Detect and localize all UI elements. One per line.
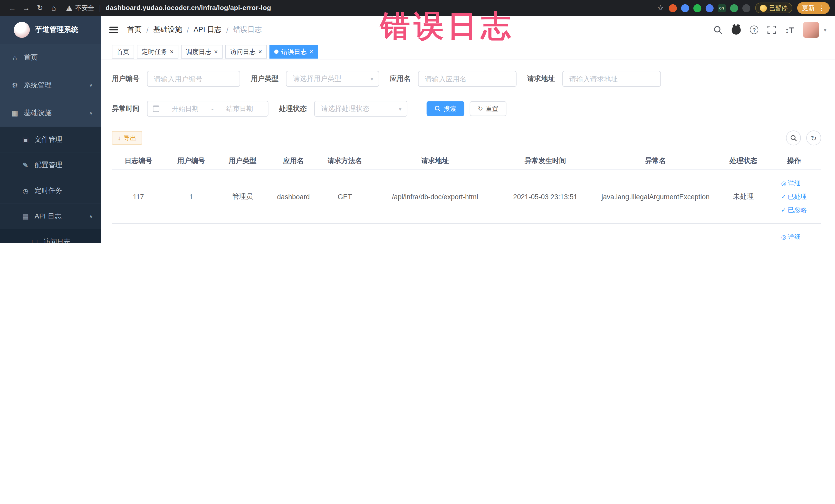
sidebar-item[interactable]: ▦基础设施∧: [0, 99, 101, 127]
status-label: 处理状态: [279, 104, 307, 114]
tab-close-icon[interactable]: ×: [309, 48, 313, 55]
request-url-label: 请求地址: [527, 74, 555, 83]
bookmark-star-icon[interactable]: ☆: [657, 4, 664, 12]
app-header: 首页/基础设施/API 日志/错误日志 ? ↕T ▾: [101, 16, 835, 44]
refresh-icon: ↻: [811, 134, 817, 142]
request-url-input[interactable]: [563, 71, 661, 87]
sidebar-toggle-icon[interactable]: [109, 27, 118, 33]
filter-row-2: 异常时间 开始日期 - 结束日期 处理状态 请选择处理状态 ▾ 搜索: [112, 101, 821, 117]
column-header: 异常名: [591, 156, 720, 165]
tab[interactable]: 访问日志×: [225, 45, 267, 59]
breadcrumb: 首页/基础设施/API 日志/错误日志: [127, 25, 262, 35]
breadcrumb-item[interactable]: 基础设施: [153, 25, 182, 35]
url-divider: |: [99, 4, 101, 12]
paused-badge[interactable]: 已暂停: [755, 3, 792, 13]
extension-leaf-icon[interactable]: [730, 4, 738, 12]
search-button[interactable]: 搜索: [427, 101, 464, 116]
action-detail[interactable]: ◎详细: [781, 233, 801, 242]
action-processed[interactable]: ✓已处理: [781, 192, 807, 201]
sidebar-item[interactable]: ▤API 日志∧: [0, 203, 101, 229]
user-avatar[interactable]: [803, 22, 819, 38]
tab[interactable]: 定时任务×: [137, 45, 178, 59]
column-header: 请求方法名: [319, 156, 371, 165]
eye-icon: ◎: [781, 180, 786, 187]
download-icon: ↓: [118, 134, 121, 142]
sidebar-item[interactable]: ⌂首页: [0, 44, 101, 72]
cell-status: 未处理: [720, 192, 767, 201]
update-button[interactable]: 更新 ⋮: [797, 2, 830, 14]
user-id-input[interactable]: [147, 71, 240, 87]
security-label[interactable]: 不安全: [75, 3, 95, 12]
extension-dot-icon[interactable]: [669, 4, 677, 12]
tab-close-icon[interactable]: ×: [170, 48, 174, 55]
sidebar-item-label: 首页: [24, 53, 38, 62]
user-type-placeholder: 请选择用户类型: [293, 74, 341, 83]
cell-user-type: 管理员: [217, 192, 268, 201]
extension-circle-icon[interactable]: [693, 4, 701, 12]
tab[interactable]: 调度日志×: [181, 45, 223, 59]
toggle-search-button[interactable]: [786, 130, 801, 145]
user-id-label: 用户编号: [112, 74, 140, 83]
sidebar-item[interactable]: ⚙系统管理∨: [0, 72, 101, 99]
tab[interactable]: 首页: [112, 45, 134, 59]
config-icon: ✎: [21, 161, 30, 169]
reload-icon[interactable]: ↻: [33, 4, 47, 12]
sidebar-item-label: 定时任务: [35, 186, 62, 195]
paused-badge-label: 已暂停: [769, 4, 788, 12]
chevron-down-icon[interactable]: ▾: [824, 27, 826, 33]
calendar-icon: [153, 105, 159, 112]
tab-label: 调度日志: [186, 47, 211, 56]
extension-grid-icon[interactable]: [705, 4, 713, 12]
tab-close-icon[interactable]: ×: [214, 48, 218, 55]
column-header: 应用名: [268, 156, 319, 165]
cell-time: 2021-05-03 23:13:51: [500, 193, 591, 201]
tab[interactable]: 错误日志×: [269, 45, 318, 59]
breadcrumb-item[interactable]: API 日志: [194, 25, 222, 35]
font-size-icon[interactable]: ↕T: [785, 25, 794, 35]
gear-icon: ⚙: [11, 81, 19, 89]
chevron-down-icon: ∨: [89, 83, 93, 88]
infra-icon: ▦: [11, 109, 19, 117]
back-icon[interactable]: ←: [5, 4, 19, 12]
user-type-select[interactable]: 请选择用户类型 ▾: [286, 71, 379, 87]
column-header: 用户类型: [217, 156, 268, 165]
exception-time-range[interactable]: 开始日期 - 结束日期: [147, 101, 268, 117]
action-detail[interactable]: ◎详细: [781, 179, 801, 188]
chevron-up-icon: ∧: [89, 214, 93, 219]
app-logo[interactable]: 芋道管理系统: [0, 16, 101, 44]
breadcrumb-item[interactable]: 首页: [127, 25, 142, 35]
sidebar-item[interactable]: ◷定时任务: [0, 178, 101, 204]
status-select[interactable]: 请选择处理状态 ▾: [314, 101, 407, 117]
sidebar-item[interactable]: ▤访问日志: [0, 229, 101, 243]
column-header: 请求地址: [371, 156, 500, 165]
table-toolbar: ↓ 导出 ↻: [112, 130, 821, 145]
extension-drop-icon[interactable]: [681, 4, 689, 12]
export-button[interactable]: ↓ 导出: [112, 131, 142, 145]
forward-icon[interactable]: →: [19, 4, 33, 12]
main-content: 用户编号 用户类型 请选择用户类型 ▾ 应用名 请求地址 异常时间: [101, 60, 835, 243]
app-name-input[interactable]: [418, 71, 517, 87]
cell-user-id: 1: [165, 193, 217, 201]
refresh-table-button[interactable]: ↻: [806, 130, 821, 145]
breadcrumb-item: 错误日志: [233, 25, 262, 35]
browser-home-icon[interactable]: ⌂: [47, 4, 61, 12]
sidebar-item[interactable]: ✎配置管理: [0, 152, 101, 178]
action-detail-label: 详细: [788, 179, 801, 188]
help-icon[interactable]: ?: [750, 26, 758, 34]
fullscreen-icon[interactable]: [768, 26, 776, 34]
browser-menu-icon[interactable]: ⋮: [818, 4, 825, 12]
search-icon[interactable]: [714, 25, 723, 35]
date-separator: -: [211, 105, 213, 113]
github-icon[interactable]: [732, 25, 741, 35]
extension-on-badge-icon[interactable]: on: [718, 4, 726, 12]
reset-button[interactable]: ↻ 重置: [470, 101, 506, 116]
tab-close-icon[interactable]: ×: [258, 48, 262, 55]
url-text[interactable]: dashboard.yudao.iocoder.cn/infra/log/api…: [106, 4, 271, 12]
date-start-placeholder: 开始日期: [162, 104, 208, 113]
row-actions: ◎详细✓已处理✓已忽略: [781, 233, 807, 243]
update-button-label: 更新: [802, 3, 815, 12]
extension-pin-icon[interactable]: [742, 4, 750, 12]
action-ignored[interactable]: ✓已忽略: [781, 205, 807, 215]
sidebar-item[interactable]: ▣文件管理: [0, 127, 101, 153]
chevron-down-icon: ▾: [371, 76, 373, 82]
